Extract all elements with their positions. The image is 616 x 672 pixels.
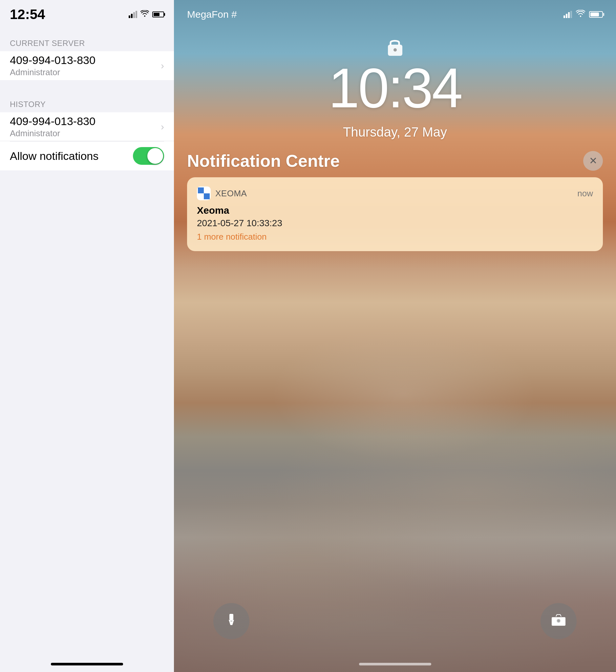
signal-icon: [129, 11, 137, 18]
close-icon: ✕: [589, 156, 597, 166]
lockscreen-time: 10:34: [329, 56, 461, 120]
allow-notifications-toggle[interactable]: [133, 147, 164, 165]
allow-notifications-label: Allow notifications: [10, 150, 133, 162]
notification-card[interactable]: XEOMA now Xeoma 2021-05-27 10:33:23 1 mo…: [187, 177, 603, 251]
left-content: CURRENT SERVER 409-994-013-830 Administr…: [0, 29, 174, 672]
current-server-item[interactable]: 409-994-013-830 Administrator ›: [0, 51, 174, 80]
history-server-name: 409-994-013-830: [10, 115, 161, 128]
current-server-role: Administrator: [10, 67, 161, 77]
svg-point-1: [393, 48, 397, 52]
signal-icon-white: [563, 11, 572, 18]
home-indicator: [51, 663, 123, 665]
svg-point-6: [557, 620, 560, 622]
flashlight-button[interactable]: [213, 603, 249, 639]
lock-icon: [387, 36, 404, 56]
lockscreen-bottom-bar: [174, 603, 616, 639]
current-server-name: 409-994-013-830: [10, 54, 161, 67]
left-status-bar: 12:54: [0, 0, 174, 29]
right-status-bar: MegaFon #: [174, 0, 616, 29]
notification-card-header: XEOMA now: [197, 186, 593, 200]
lockscreen-date: Thursday, 27 May: [343, 125, 447, 139]
section-separator-1: [0, 80, 174, 93]
wifi-icon: [140, 10, 149, 19]
left-status-icons: [129, 10, 164, 19]
history-server-role: Administrator: [10, 128, 161, 138]
notification-app-name: XEOMA: [215, 188, 577, 199]
notification-body: 2021-05-27 10:33:23: [197, 218, 593, 228]
carrier-name: MegaFon #: [187, 9, 237, 20]
right-home-indicator: [359, 663, 431, 665]
current-server-chevron-icon: ›: [161, 60, 164, 71]
history-section-label: HISTORY: [0, 93, 174, 112]
battery-icon: [152, 11, 164, 17]
history-section: 409-994-013-830 Administrator › Allow no…: [0, 112, 174, 170]
left-time: 12:54: [10, 7, 45, 22]
notification-title: Xeoma: [197, 205, 593, 216]
xeoma-checker: [198, 187, 210, 199]
camera-button[interactable]: [541, 603, 577, 639]
notification-centre-title: Notification Centre: [187, 151, 583, 171]
svg-rect-4: [230, 620, 232, 622]
notification-close-button[interactable]: ✕: [583, 151, 603, 171]
battery-icon-white: [589, 11, 603, 18]
wifi-icon-white: [576, 10, 585, 19]
lock-icon-container: [387, 36, 404, 58]
right-status-icons: [563, 10, 603, 19]
svg-rect-2: [229, 614, 233, 620]
camera-icon: [551, 612, 566, 630]
notification-timestamp: now: [577, 188, 593, 199]
history-server-chevron-icon: ›: [161, 121, 164, 132]
allow-notifications-item: Allow notifications: [0, 141, 174, 170]
xeoma-app-icon: [197, 186, 211, 200]
notification-more: 1 more notification: [197, 232, 593, 242]
notification-centre: Notification Centre ✕ XEOMA now Xeoma: [187, 151, 603, 251]
left-panel: 12:54 CURRENT SERVER: [0, 0, 174, 672]
right-panel: MegaFon #: [174, 0, 616, 672]
current-server-section-label: CURRENT SERVER: [0, 32, 174, 51]
toggle-knob: [147, 148, 163, 164]
flashlight-icon: [224, 612, 238, 630]
history-server-item[interactable]: 409-994-013-830 Administrator ›: [0, 112, 174, 141]
current-server-section: 409-994-013-830 Administrator ›: [0, 51, 174, 80]
notification-centre-header: Notification Centre ✕: [187, 151, 603, 171]
